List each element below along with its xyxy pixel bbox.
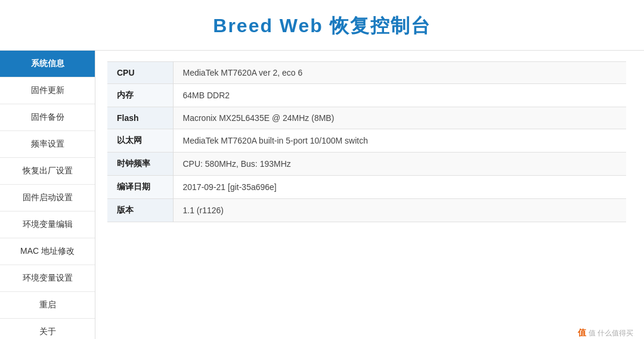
table-label-cell: 版本 — [107, 199, 173, 222]
sidebar-item-0[interactable]: 系统信息 — [0, 51, 95, 77]
sidebar-item-8[interactable]: 环境变量设置 — [0, 265, 95, 292]
sidebar: 系统信息固件更新固件备份频率设置恢复出厂设置固件启动设置环境变量编辑MAC 地址… — [0, 51, 95, 339]
watermark: 值 值 什么值得买 — [578, 328, 633, 338]
sidebar-item-4[interactable]: 恢复出厂设置 — [0, 158, 95, 185]
table-row: CPUMediaTek MT7620A ver 2, eco 6 — [107, 62, 626, 84]
table-label-cell: Flash — [107, 107, 173, 129]
watermark-text: 值 什么值得买 — [589, 328, 633, 338]
table-value-cell: MediaTek MT7620A ver 2, eco 6 — [173, 62, 626, 84]
info-table-area: CPUMediaTek MT7620A ver 2, eco 6内存64MB D… — [95, 51, 644, 339]
sidebar-item-7[interactable]: MAC 地址修改 — [0, 238, 95, 265]
table-label-cell: CPU — [107, 62, 173, 84]
table-row: 编译日期2017-09-21 [git-35a696e] — [107, 176, 626, 199]
info-table: CPUMediaTek MT7620A ver 2, eco 6内存64MB D… — [107, 61, 626, 222]
page-wrapper: Breed Web 恢复控制台 系统信息固件更新固件备份频率设置恢复出厂设置固件… — [0, 0, 644, 339]
table-row: 内存64MB DDR2 — [107, 84, 626, 107]
table-label-cell: 编译日期 — [107, 176, 173, 199]
sidebar-item-2[interactable]: 固件备份 — [0, 104, 95, 131]
sidebar-item-1[interactable]: 固件更新 — [0, 77, 95, 104]
sidebar-item-10[interactable]: 关于 — [0, 319, 95, 339]
table-row: 版本1.1 (r1126) — [107, 199, 626, 222]
table-label-cell: 内存 — [107, 84, 173, 107]
sidebar-item-6[interactable]: 环境变量编辑 — [0, 212, 95, 238]
table-row: 以太网MediaTek MT7620A built-in 5-port 10/1… — [107, 129, 626, 153]
table-value-cell: 64MB DDR2 — [173, 84, 626, 107]
sidebar-item-9[interactable]: 重启 — [0, 292, 95, 319]
page-title: Breed Web 恢复控制台 — [0, 0, 644, 51]
table-row: 时钟频率CPU: 580MHz, Bus: 193MHz — [107, 153, 626, 176]
table-label-cell: 以太网 — [107, 129, 173, 153]
table-row: FlashMacronix MX25L6435E @ 24MHz (8MB) — [107, 107, 626, 129]
table-value-cell: MediaTek MT7620A built-in 5-port 10/100M… — [173, 129, 626, 153]
table-value-cell: Macronix MX25L6435E @ 24MHz (8MB) — [173, 107, 626, 129]
table-value-cell: 2017-09-21 [git-35a696e] — [173, 176, 626, 199]
sidebar-item-3[interactable]: 频率设置 — [0, 131, 95, 158]
watermark-icon: 值 — [578, 328, 586, 338]
table-value-cell: CPU: 580MHz, Bus: 193MHz — [173, 153, 626, 176]
main-content: 系统信息固件更新固件备份频率设置恢复出厂设置固件启动设置环境变量编辑MAC 地址… — [0, 51, 644, 339]
sidebar-item-5[interactable]: 固件启动设置 — [0, 185, 95, 212]
table-label-cell: 时钟频率 — [107, 153, 173, 176]
table-value-cell: 1.1 (r1126) — [173, 199, 626, 222]
